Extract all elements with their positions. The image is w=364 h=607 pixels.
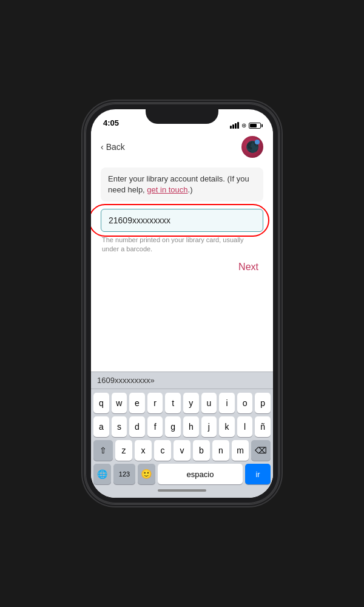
key-row-2: a s d f g h j k l ñ <box>93 416 271 437</box>
next-button[interactable]: Next <box>234 259 263 275</box>
key-a[interactable]: a <box>93 416 109 437</box>
shift-icon: ⇧ <box>99 446 107 455</box>
keyboard-rows: q w e r t y u i o p a s <box>91 389 273 486</box>
instructions-box: Enter your library account details. (If … <box>101 168 263 202</box>
key-p[interactable]: p <box>255 393 271 413</box>
key-k[interactable]: k <box>219 416 235 437</box>
key-w[interactable]: w <box>112 393 127 413</box>
key-z[interactable]: z <box>115 440 132 461</box>
keyboard-autocomplete: 1609xxxxxxxxx» <box>91 371 273 389</box>
nav-bar: ‹ Back 🌑 <box>91 131 273 163</box>
chevron-left-icon: ‹ <box>101 142 104 152</box>
key-h[interactable]: h <box>183 416 199 437</box>
key-e[interactable]: e <box>129 393 145 413</box>
get-in-touch-link[interactable]: get in touch <box>147 185 187 194</box>
key-x[interactable]: x <box>135 440 152 461</box>
key-c[interactable]: c <box>154 440 171 461</box>
input-hint: The number printed on your library card,… <box>101 236 263 253</box>
emoji-key[interactable]: 🙂 <box>138 464 155 484</box>
key-f[interactable]: f <box>147 416 163 437</box>
key-row-3: ⇧ z x c v b n m ⌫ <box>93 440 271 461</box>
key-q[interactable]: q <box>93 393 109 413</box>
globe-key[interactable]: 🌐 <box>93 464 111 484</box>
home-indicator <box>91 486 273 495</box>
key-b[interactable]: b <box>193 440 210 461</box>
home-bar <box>158 489 206 492</box>
key-m[interactable]: m <box>232 440 249 461</box>
key-v[interactable]: v <box>174 440 190 461</box>
key-o[interactable]: o <box>237 393 253 413</box>
key-i[interactable]: i <box>219 393 235 413</box>
number-key[interactable]: 123 <box>113 464 135 484</box>
key-row-1: q w e r t y u i o p <box>93 393 271 413</box>
battery-icon <box>249 123 261 129</box>
library-card-input[interactable] <box>101 209 263 232</box>
key-g[interactable]: g <box>165 416 181 437</box>
key-y[interactable]: y <box>183 393 199 413</box>
space-key[interactable]: espacio <box>158 464 243 484</box>
phone-screen: 4:05 ⊛ ‹ Back <box>91 109 273 498</box>
status-icons: ⊛ <box>230 122 261 129</box>
key-n[interactable]: n <box>212 440 229 461</box>
key-n-tilde[interactable]: ñ <box>255 416 271 437</box>
key-t[interactable]: t <box>165 393 181 413</box>
instructions-end: .) <box>188 185 193 194</box>
key-l[interactable]: l <box>237 416 253 437</box>
back-label: Back <box>106 142 125 152</box>
next-button-container: Next <box>101 259 263 275</box>
notch <box>146 109 218 124</box>
app-logo: 🌑 <box>241 136 263 158</box>
key-r[interactable]: r <box>147 393 163 413</box>
autocomplete-suggestion[interactable]: 1609xxxxxxxxx» <box>97 376 155 385</box>
back-button[interactable]: ‹ Back <box>101 142 125 152</box>
signal-icon <box>230 122 239 129</box>
app-content: ‹ Back 🌑 Enter your library account deta… <box>91 131 273 498</box>
wifi-icon: ⊛ <box>241 122 246 129</box>
form-area: Enter your library account details. (If … <box>91 163 273 371</box>
phone-frame: 4:05 ⊛ ‹ Back <box>85 103 279 504</box>
delete-key[interactable]: ⌫ <box>251 440 271 461</box>
key-j[interactable]: j <box>201 416 217 437</box>
status-time: 4:05 <box>103 118 119 129</box>
shift-key[interactable]: ⇧ <box>93 440 113 461</box>
keyboard-area: 1609xxxxxxxxx» q w e r t y u i o p <box>91 371 273 498</box>
key-s[interactable]: s <box>112 416 127 437</box>
key-d[interactable]: d <box>129 416 145 437</box>
key-u[interactable]: u <box>201 393 217 413</box>
go-key[interactable]: ir <box>245 464 271 484</box>
key-row-4: 🌐 123 🙂 espacio ir <box>93 464 271 484</box>
input-wrapper <box>101 209 263 232</box>
